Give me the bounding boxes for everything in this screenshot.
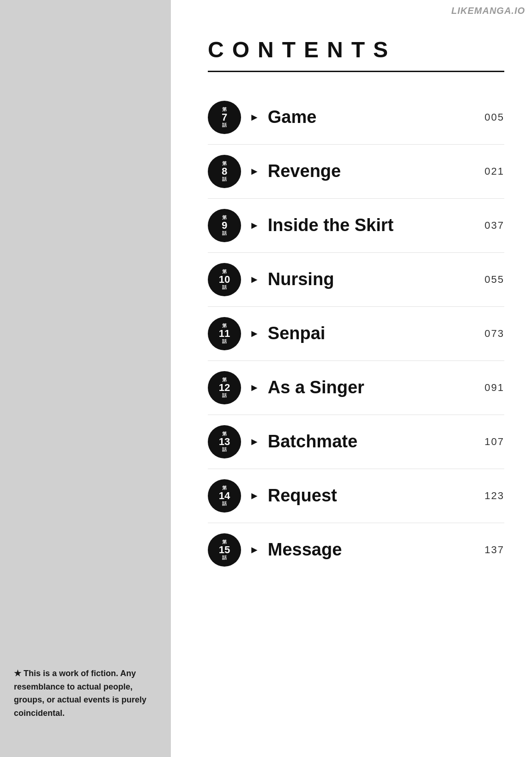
page-container: ★ This is a work of fiction. Any resembl… <box>0 0 532 757</box>
chapter-badge: 第 11 話 <box>208 317 241 350</box>
chapter-title: Message <box>268 539 477 561</box>
chapter-page: 037 <box>477 220 504 232</box>
chapter-arrow: ► <box>249 436 260 448</box>
toc-item: 第 10 話 ► Nursing 055 <box>208 253 504 307</box>
chapter-arrow: ► <box>249 328 260 340</box>
chapter-page: 073 <box>477 328 504 340</box>
chapter-arrow: ► <box>249 274 260 286</box>
chapter-badge: 第 10 話 <box>208 263 241 296</box>
chapter-page: 137 <box>477 544 504 556</box>
chapter-badge: 第 15 話 <box>208 533 241 567</box>
contents-title: CONTENTS <box>208 37 504 62</box>
chapter-page: 055 <box>477 274 504 286</box>
chapter-badge: 第 7 話 <box>208 101 241 134</box>
toc-item: 第 7 話 ► Game 005 <box>208 91 504 145</box>
chapter-page: 005 <box>477 111 504 123</box>
chapter-arrow: ► <box>249 544 260 556</box>
chapter-arrow: ► <box>249 490 260 502</box>
watermark: LIKEMANGA.IO <box>451 6 525 16</box>
chapter-title: Inside the Skirt <box>268 215 477 236</box>
toc-list: 第 7 話 ► Game 005 第 8 話 ► Revenge 021 <box>208 91 504 577</box>
chapter-arrow: ► <box>249 382 260 394</box>
chapter-page: 091 <box>477 382 504 394</box>
divider <box>208 71 504 72</box>
chapter-arrow: ► <box>249 220 260 232</box>
toc-item: 第 11 話 ► Senpai 073 <box>208 307 504 361</box>
toc-item: 第 13 話 ► Batchmate 107 <box>208 415 504 469</box>
sidebar: ★ This is a work of fiction. Any resembl… <box>0 0 171 757</box>
chapter-page: 021 <box>477 165 504 177</box>
chapter-badge: 第 12 話 <box>208 371 241 404</box>
chapter-title: Request <box>268 485 477 507</box>
chapter-page: 107 <box>477 436 504 448</box>
chapter-title: Senpai <box>268 323 477 344</box>
content-area: LIKEMANGA.IO CONTENTS 第 7 話 ► Game 005 第… <box>171 0 532 757</box>
chapter-badge: 第 9 話 <box>208 209 241 242</box>
toc-item: 第 9 話 ► Inside the Skirt 037 <box>208 199 504 253</box>
chapter-title: Batchmate <box>268 431 477 452</box>
toc-item: 第 15 話 ► Message 137 <box>208 523 504 577</box>
chapter-title: As a Singer <box>268 377 477 398</box>
chapter-title: Game <box>268 107 477 128</box>
chapter-badge: 第 14 話 <box>208 479 241 513</box>
toc-item: 第 14 話 ► Request 123 <box>208 469 504 523</box>
chapter-arrow: ► <box>249 111 260 123</box>
chapter-title: Nursing <box>268 269 477 290</box>
chapter-page: 123 <box>477 490 504 502</box>
sidebar-note: ★ This is a work of fiction. Any resembl… <box>14 667 162 720</box>
toc-item: 第 8 話 ► Revenge 021 <box>208 145 504 199</box>
chapter-arrow: ► <box>249 165 260 177</box>
chapter-badge: 第 8 話 <box>208 155 241 188</box>
chapter-title: Revenge <box>268 161 477 182</box>
toc-item: 第 12 話 ► As a Singer 091 <box>208 361 504 415</box>
chapter-badge: 第 13 話 <box>208 425 241 458</box>
